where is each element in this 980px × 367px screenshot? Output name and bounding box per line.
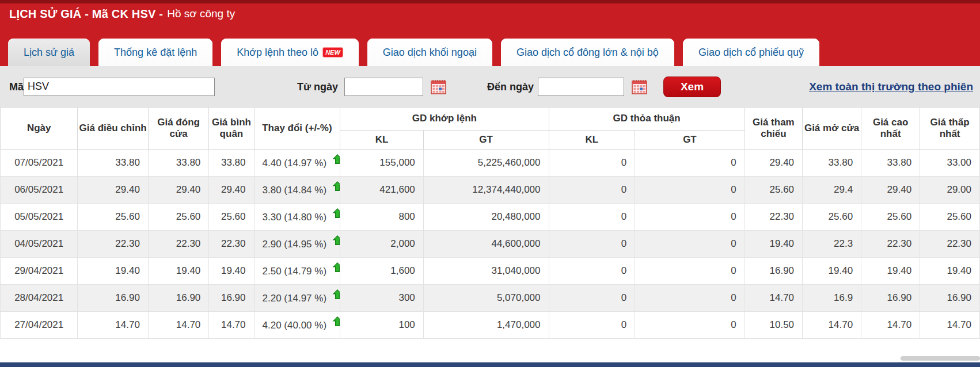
- change-value: 4.40 (14.97 %): [263, 157, 327, 168]
- cell-high-price: 14.70: [861, 312, 920, 339]
- tab-giao-dich-co-phieu-quy[interactable]: Giao dịch cổ phiếu quỹ: [683, 39, 819, 66]
- cell-matched-volume: 100: [340, 312, 424, 339]
- cell-close-price: 19.40: [148, 258, 208, 285]
- cell-close-price: 14.70: [148, 312, 208, 339]
- cell-date: 06/05/2021: [1, 177, 78, 204]
- tab-khop-lenh-theo-lo[interactable]: Khớp lệnh theo lô NEW: [221, 39, 359, 66]
- up-arrow-icon: [332, 181, 340, 194]
- tab-giao-dich-co-dong-lon[interactable]: Giao dịch cổ đông lớn & nội bộ: [501, 39, 674, 66]
- cell-adjusted-price: 14.70: [78, 312, 148, 339]
- cell-average-price: 33.80: [209, 150, 254, 177]
- cell-matched-value: 1,470,000: [423, 312, 549, 339]
- cell-high-price: 29.40: [861, 177, 920, 204]
- cell-close-price: 25.60: [148, 204, 208, 231]
- change-value: 2.20 (14.97 %): [263, 292, 327, 303]
- cell-adjusted-price: 22.30: [78, 231, 148, 258]
- tab-thong-ke-dat-lenh[interactable]: Thống kê đặt lệnh: [98, 39, 212, 66]
- calendar-icon[interactable]: [431, 79, 446, 94]
- col-header-open: Giá mở cửa: [803, 108, 861, 150]
- cell-reference-price: 19.40: [745, 231, 802, 258]
- filter-bar: Mã Từ ngày: [0, 66, 980, 107]
- cell-putthrough-value: 0: [635, 231, 745, 258]
- cell-reference-price: 29.40: [745, 150, 802, 177]
- cell-average-price: 25.60: [209, 204, 254, 231]
- page-subtitle-link[interactable]: Hồ sơ công ty: [167, 7, 235, 20]
- code-label: Mã: [9, 81, 24, 93]
- change-value: 2.90 (14.95 %): [263, 238, 327, 249]
- up-arrow-icon: [332, 262, 340, 276]
- cell-putthrough-value: 0: [635, 204, 745, 231]
- cell-average-price: 22.30: [209, 231, 254, 258]
- cell-putthrough-volume: 0: [549, 150, 635, 177]
- horizontal-scrollbar-thumb[interactable]: [901, 356, 980, 361]
- table-row: 29/04/2021 19.40 19.40 19.40 2.50 (14.79…: [1, 258, 980, 285]
- cell-date: 07/05/2021: [1, 150, 78, 177]
- cell-reference-price: 10.50: [745, 312, 802, 339]
- code-input[interactable]: [24, 78, 215, 96]
- price-history-table: Ngày Giá điều chỉnh Giá đóng cửa Giá bìn…: [0, 107, 980, 339]
- cell-reference-price: 25.60: [745, 177, 802, 204]
- cell-change: 4.40 (14.97 %): [254, 150, 340, 177]
- view-button[interactable]: Xem: [663, 77, 721, 97]
- tab-giao-dich-khoi-ngoai[interactable]: Giao dịch khối ngoại: [367, 39, 492, 66]
- cell-putthrough-volume: 0: [549, 312, 635, 339]
- whole-market-link[interactable]: Xem toàn thị trường theo phiên: [809, 81, 973, 93]
- cell-high-price: 19.40: [861, 258, 920, 285]
- cell-open-price: 19.40: [803, 258, 861, 285]
- cell-open-price: 25.60: [803, 204, 861, 231]
- cell-date: 28/04/2021: [1, 285, 78, 312]
- table-row: 28/04/2021 16.90 16.90 16.90 2.20 (14.97…: [1, 285, 980, 312]
- from-date-input[interactable]: [344, 78, 423, 96]
- table-row: 06/05/2021 29.40 29.40 29.40 3.80 (14.84…: [1, 177, 980, 204]
- cell-putthrough-volume: 0: [549, 258, 635, 285]
- cell-average-price: 16.90: [209, 285, 254, 312]
- cell-matched-value: 31,040,000: [423, 258, 549, 285]
- tab-bar: Lịch sử giá Thống kê đặt lệnh Khớp lệnh …: [0, 24, 980, 66]
- to-date-input[interactable]: [538, 78, 624, 96]
- tab-label: Giao dịch cổ phiếu quỹ: [698, 47, 804, 59]
- price-table-body: 07/05/2021 33.80 33.80 33.80 4.40 (14.97…: [1, 150, 980, 339]
- cell-putthrough-volume: 0: [549, 285, 635, 312]
- bottom-section-edge: [0, 362, 980, 367]
- table-row: 05/05/2021 25.60 25.60 25.60 3.30 (14.80…: [1, 204, 980, 231]
- cell-matched-volume: 421,600: [340, 177, 424, 204]
- cell-matched-value: 5,225,460,000: [423, 150, 549, 177]
- cell-reference-price: 22.30: [745, 204, 802, 231]
- col-header-putthrough-volume: KL: [549, 131, 635, 150]
- cell-open-price: 14.70: [803, 312, 861, 339]
- col-header-low: Giá thấp nhất: [920, 108, 980, 150]
- cell-adjusted-price: 16.90: [78, 285, 148, 312]
- cell-change: 2.20 (14.97 %): [254, 285, 340, 312]
- cell-matched-value: 20,480,000: [423, 204, 549, 231]
- cell-average-price: 29.40: [209, 177, 254, 204]
- cell-change: 4.20 (40.00 %): [254, 312, 340, 339]
- cell-matched-value: 5,070,000: [423, 285, 549, 312]
- tab-lich-su-gia[interactable]: Lịch sử giá: [8, 39, 90, 66]
- col-header-putthrough-value: GT: [635, 131, 745, 150]
- col-header-matched-value: GT: [423, 131, 549, 150]
- calendar-icon[interactable]: [632, 79, 647, 94]
- cell-date: 05/05/2021: [1, 204, 78, 231]
- tab-label: Lịch sử giá: [24, 47, 74, 59]
- table-header: Ngày Giá điều chỉnh Giá đóng cửa Giá bìn…: [1, 108, 980, 150]
- cell-average-price: 14.70: [209, 312, 254, 339]
- cell-putthrough-value: 0: [635, 312, 745, 339]
- cell-low-price: 29.00: [920, 177, 980, 204]
- to-date-label: Đến ngày: [487, 81, 534, 93]
- change-value: 3.30 (14.80 %): [263, 211, 327, 222]
- from-date-label: Từ ngày: [297, 81, 338, 93]
- tab-label: Khớp lệnh theo lô: [237, 47, 318, 59]
- cell-close-price: 22.30: [148, 231, 208, 258]
- page-title: LỊCH SỬ GIÁ - Mã CK HSV -: [9, 7, 163, 21]
- cell-change: 2.90 (14.95 %): [254, 231, 340, 258]
- cell-matched-value: 44,600,000: [423, 231, 549, 258]
- table-row: 04/05/2021 22.30 22.30 22.30 2.90 (14.95…: [1, 231, 980, 258]
- up-arrow-icon: [332, 208, 340, 221]
- cell-reference-price: 14.70: [745, 285, 802, 312]
- tab-label: Thống kê đặt lệnh: [114, 47, 197, 59]
- up-arrow-icon: [332, 289, 340, 303]
- cell-date: 04/05/2021: [1, 231, 78, 258]
- cell-matched-volume: 2,000: [340, 231, 424, 258]
- cell-low-price: 19.40: [920, 258, 980, 285]
- cell-matched-volume: 800: [340, 204, 424, 231]
